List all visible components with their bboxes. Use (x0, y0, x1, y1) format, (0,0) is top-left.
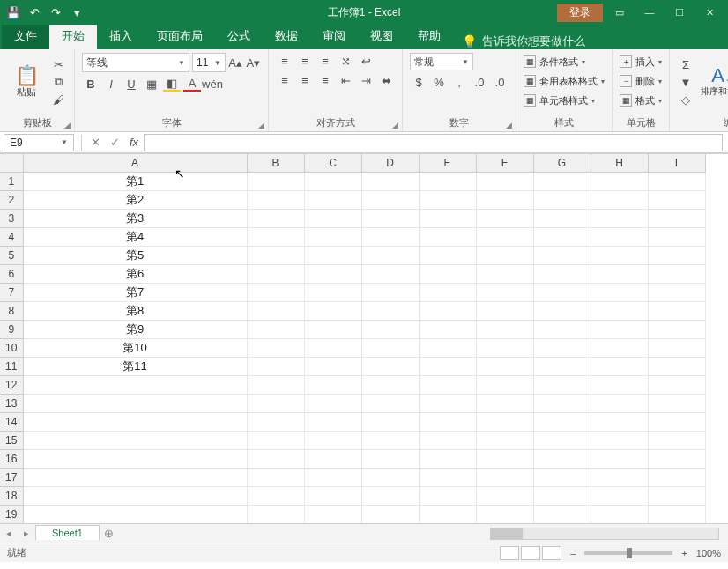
row-header-9[interactable]: 9 (0, 320, 23, 338)
cell-A13[interactable] (23, 394, 247, 412)
cell-D15[interactable] (361, 431, 419, 449)
increase-indent-icon[interactable]: ⇥ (357, 72, 375, 88)
sort-filter-button[interactable]: A↓ 排序和筛选 (698, 53, 728, 111)
cell-F9[interactable] (476, 320, 533, 338)
row-header-3[interactable]: 3 (0, 209, 23, 227)
cell-D16[interactable] (361, 449, 419, 468)
row-header-5[interactable]: 5 (0, 246, 23, 264)
cell-I9[interactable] (648, 320, 705, 338)
column-header-B[interactable]: B (247, 154, 304, 172)
cell-G12[interactable] (533, 375, 591, 394)
wrap-text-icon[interactable]: ↩ (357, 53, 375, 69)
cell-G17[interactable] (533, 468, 591, 486)
cell-styles-button[interactable]: ▦单元格样式▾ (524, 92, 605, 109)
cell-F6[interactable] (476, 264, 533, 283)
tab-insert[interactable]: 插入 (97, 23, 145, 49)
tab-formulas[interactable]: 公式 (215, 23, 263, 49)
cell-H5[interactable] (591, 246, 648, 264)
cell-A14[interactable] (23, 412, 247, 431)
column-header-I[interactable]: I (648, 154, 705, 172)
cell-G13[interactable] (533, 394, 591, 412)
cell-G14[interactable] (533, 412, 591, 431)
cell-I17[interactable] (648, 468, 705, 486)
cell-F14[interactable] (476, 412, 533, 431)
format-cells-button[interactable]: ▦格式▾ (620, 92, 662, 109)
cell-F8[interactable] (476, 301, 533, 320)
zoom-out-button[interactable]: – (570, 548, 576, 558)
cell-C7[interactable] (304, 283, 361, 301)
accounting-format-icon[interactable]: $ (410, 74, 427, 90)
cell-C12[interactable] (304, 375, 361, 394)
cell-H14[interactable] (591, 412, 648, 431)
cell-A7[interactable]: 第7 (23, 283, 247, 301)
cell-F7[interactable] (476, 283, 533, 301)
cell-D3[interactable] (361, 209, 419, 227)
fx-icon[interactable]: fx (124, 136, 144, 149)
cell-A6[interactable]: 第6 (23, 264, 247, 283)
cell-E2[interactable] (419, 190, 476, 209)
tab-home[interactable]: 开始 (49, 23, 97, 49)
cell-A15[interactable] (23, 431, 247, 449)
cell-B8[interactable] (247, 301, 304, 320)
page-layout-view-button[interactable] (521, 546, 540, 560)
cell-B17[interactable] (247, 468, 304, 486)
cell-D2[interactable] (361, 190, 419, 209)
fill-color-button[interactable]: ◧ (163, 76, 181, 92)
cell-F16[interactable] (476, 449, 533, 468)
cell-A19[interactable] (23, 505, 247, 523)
name-box[interactable]: E9 ▼ (4, 134, 74, 151)
increase-font-icon[interactable]: A▴ (228, 55, 243, 70)
column-header-C[interactable]: C (304, 154, 361, 172)
cut-icon[interactable]: ✂ (49, 56, 67, 72)
cell-A4[interactable]: 第4 (23, 227, 247, 246)
decrease-indent-icon[interactable]: ⇤ (337, 72, 354, 88)
cell-G5[interactable] (533, 246, 591, 264)
cell-E6[interactable] (419, 264, 476, 283)
cell-G4[interactable] (533, 227, 591, 246)
cell-H19[interactable] (591, 505, 648, 523)
cell-C19[interactable] (304, 505, 361, 523)
cell-D17[interactable] (361, 468, 419, 486)
cell-E18[interactable] (419, 486, 476, 505)
cell-A11[interactable]: 第11 (23, 357, 247, 375)
cell-C2[interactable] (304, 190, 361, 209)
cell-H9[interactable] (591, 320, 648, 338)
dialog-launcher-icon[interactable]: ◢ (506, 121, 512, 129)
cell-D4[interactable] (361, 227, 419, 246)
merge-icon[interactable]: ⬌ (377, 72, 395, 88)
cell-E3[interactable] (419, 209, 476, 227)
tell-me-box[interactable]: 💡 告诉我你想要做什么 (453, 33, 594, 49)
align-center-icon[interactable]: ≡ (296, 72, 314, 88)
format-painter-icon[interactable]: 🖌 (49, 92, 67, 107)
cell-G11[interactable] (533, 357, 591, 375)
cell-C4[interactable] (304, 227, 361, 246)
fill-icon[interactable]: ▼ (677, 74, 695, 90)
cell-D11[interactable] (361, 357, 419, 375)
cell-A9[interactable]: 第9 (23, 320, 247, 338)
cell-B18[interactable] (247, 486, 304, 505)
insert-cells-button[interactable]: ＋插入▾ (620, 53, 662, 70)
increase-decimal-icon[interactable]: .0 (471, 74, 488, 90)
column-header-G[interactable]: G (533, 154, 591, 172)
cell-D1[interactable] (361, 172, 419, 190)
italic-button[interactable]: I (102, 76, 120, 92)
undo-icon[interactable]: ↶ (26, 4, 42, 20)
cell-E4[interactable] (419, 227, 476, 246)
qat-customize-icon[interactable]: ▾ (69, 4, 85, 20)
cell-H11[interactable] (591, 357, 648, 375)
cell-A2[interactable]: 第2 (23, 190, 247, 209)
row-header-8[interactable]: 8 (0, 301, 23, 320)
normal-view-button[interactable] (500, 546, 519, 560)
cell-C1[interactable] (304, 172, 361, 190)
format-as-table-button[interactable]: ▦套用表格格式▾ (524, 72, 605, 90)
formula-input[interactable] (144, 134, 723, 151)
cell-B6[interactable] (247, 264, 304, 283)
cell-B11[interactable] (247, 357, 304, 375)
tab-page-layout[interactable]: 页面布局 (145, 23, 215, 49)
cell-I16[interactable] (648, 449, 705, 468)
cell-H16[interactable] (591, 449, 648, 468)
cell-B15[interactable] (247, 431, 304, 449)
cell-I3[interactable] (648, 209, 705, 227)
font-name-combo[interactable]: 等线 ▼ (82, 53, 189, 72)
cell-B1[interactable] (247, 172, 304, 190)
